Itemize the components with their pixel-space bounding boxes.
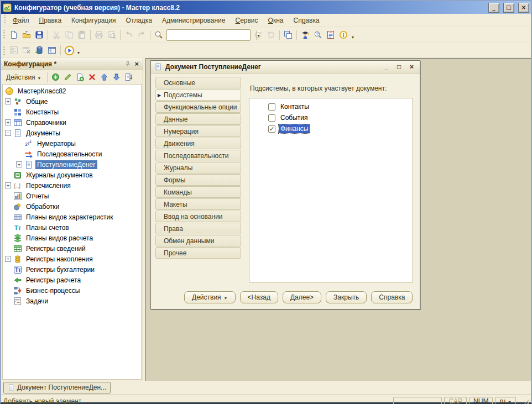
close-dialog-button[interactable]: Закрыть bbox=[326, 291, 367, 303]
help-button[interactable]: Справка bbox=[371, 291, 413, 303]
tab-7[interactable]: Журналы bbox=[155, 162, 241, 174]
move-up-icon[interactable] bbox=[99, 72, 110, 83]
tab-8[interactable]: Формы bbox=[155, 174, 241, 186]
menu-item-4[interactable]: Администрирование bbox=[157, 15, 230, 26]
tab-11[interactable]: Ввод на основании bbox=[155, 211, 241, 222]
actions-menu-button[interactable]: Действия bbox=[3, 72, 44, 82]
tree-expander[interactable]: + bbox=[5, 119, 11, 125]
undo-icon[interactable] bbox=[123, 29, 135, 41]
edit-icon[interactable] bbox=[62, 72, 74, 83]
menu-item-0[interactable]: Файл bbox=[8, 15, 34, 26]
menu-item-5[interactable]: Сервис bbox=[230, 15, 263, 26]
tree-item[interactable]: Отчеты bbox=[3, 191, 141, 201]
next-button[interactable]: Далее> bbox=[283, 291, 321, 303]
tab-6[interactable]: Последовательности bbox=[155, 150, 241, 161]
tree-item[interactable]: −Документы bbox=[3, 128, 141, 138]
print-preview-icon[interactable] bbox=[106, 29, 118, 41]
tree-item[interactable]: Бизнес-процессы bbox=[3, 285, 141, 296]
delete-icon[interactable] bbox=[87, 72, 98, 83]
back-button[interactable]: <Назад bbox=[240, 291, 278, 303]
subsystem-row[interactable]: Контакты bbox=[268, 101, 413, 112]
start-debug-icon[interactable] bbox=[63, 44, 75, 56]
tree-item[interactable]: 2³4Нумераторы bbox=[3, 138, 141, 149]
tab-12[interactable]: Права bbox=[155, 223, 241, 234]
dialog-title-bar[interactable]: Документ ПоступлениеДенег _ □ × bbox=[151, 61, 420, 74]
add-copy-icon[interactable] bbox=[75, 72, 86, 83]
tree-expander[interactable]: + bbox=[5, 182, 11, 188]
close-button[interactable]: × bbox=[518, 3, 529, 13]
open-icon[interactable] bbox=[20, 29, 33, 41]
minimize-button[interactable]: _ bbox=[488, 3, 499, 13]
checkbox[interactable] bbox=[268, 103, 275, 111]
tab-13[interactable]: Обмен данными bbox=[155, 235, 241, 246]
tree-item[interactable]: Планы видов характеристик bbox=[3, 212, 141, 222]
tree-item[interactable]: ТтПланы счетов bbox=[3, 222, 141, 233]
help-search-icon[interactable]: ? bbox=[312, 29, 324, 41]
tree-item[interactable]: Регистры сведений bbox=[3, 243, 141, 254]
syntax-check-icon[interactable] bbox=[325, 29, 337, 41]
tab-4[interactable]: Нумерация bbox=[155, 125, 241, 137]
copy-window-icon[interactable] bbox=[282, 29, 294, 41]
menu-item-3[interactable]: Отладка bbox=[121, 15, 157, 26]
tab-1[interactable]: Подсистемы bbox=[155, 89, 241, 101]
actions-button[interactable]: Действия bbox=[184, 291, 236, 303]
tree-expander[interactable]: + bbox=[5, 98, 11, 104]
language-selector[interactable]: ru bbox=[495, 397, 516, 404]
tree-expander[interactable]: − bbox=[5, 130, 11, 136]
menu-item-7[interactable]: Справка bbox=[288, 15, 324, 26]
dialog-maximize-button[interactable]: □ bbox=[394, 63, 404, 71]
sort-icon[interactable] bbox=[123, 72, 134, 83]
tab-14[interactable]: Прочее bbox=[155, 247, 241, 259]
checkbox[interactable] bbox=[268, 114, 275, 122]
info-icon[interactable]: i bbox=[337, 29, 350, 41]
tab-5[interactable]: Движения bbox=[155, 138, 241, 149]
new-document-icon[interactable] bbox=[8, 29, 20, 41]
tab-0[interactable]: Основные bbox=[155, 77, 241, 88]
checkbox[interactable]: ✓ bbox=[268, 125, 275, 133]
resize-grip[interactable] bbox=[520, 400, 529, 404]
print-icon[interactable] bbox=[93, 29, 105, 41]
tree-item[interactable]: Последовательности bbox=[3, 149, 141, 159]
menu-item-1[interactable]: Правка bbox=[34, 15, 67, 26]
tree-item[interactable]: +ПоступлениеДенег bbox=[3, 159, 141, 170]
maximize-button[interactable]: □ bbox=[503, 3, 514, 13]
add-icon[interactable] bbox=[50, 72, 61, 83]
tree-item[interactable]: Журналы документов bbox=[3, 170, 141, 180]
tree-item[interactable]: ТтРегистры бухгалтерии bbox=[3, 264, 141, 275]
copy-icon[interactable] bbox=[63, 29, 75, 41]
dialog-close-button[interactable]: × bbox=[407, 63, 416, 71]
subsystem-row[interactable]: События bbox=[268, 112, 413, 123]
tab-10[interactable]: Макеты bbox=[155, 198, 241, 210]
menu-item-6[interactable]: Окна bbox=[263, 15, 289, 26]
tab-3[interactable]: Данные bbox=[155, 113, 241, 125]
menu-grip[interactable] bbox=[4, 15, 6, 25]
tree-item[interactable]: Планы видов расчета bbox=[3, 233, 141, 243]
toolbar-more-caret[interactable] bbox=[350, 29, 356, 40]
save-icon[interactable] bbox=[33, 29, 45, 41]
search-icon[interactable] bbox=[153, 29, 165, 41]
find-next-icon[interactable] bbox=[252, 29, 264, 41]
tab-9[interactable]: Команды bbox=[155, 186, 241, 198]
tree-item[interactable]: Регистры расчета bbox=[3, 275, 141, 285]
wizard-icon[interactable] bbox=[299, 29, 311, 41]
pin-icon[interactable] bbox=[124, 61, 131, 67]
tree-expander[interactable]: + bbox=[16, 161, 22, 167]
toolbar-grip[interactable] bbox=[3, 46, 5, 55]
subsystem-row[interactable]: ✓Финансы bbox=[268, 123, 413, 134]
window-tab-document[interactable]: Документ ПоступлениеДен... bbox=[3, 382, 111, 393]
tree-item[interactable]: +Общие bbox=[3, 96, 141, 107]
search-input[interactable] bbox=[167, 31, 256, 39]
panel-close-icon[interactable]: × bbox=[133, 60, 140, 67]
form-icon[interactable] bbox=[46, 44, 58, 56]
tree-item[interactable]: +Регистры накопления bbox=[3, 254, 141, 264]
tree-item[interactable]: Константы bbox=[3, 107, 141, 117]
menu-item-2[interactable]: Конфигурация bbox=[66, 15, 121, 26]
close-window-icon[interactable] bbox=[20, 44, 33, 56]
tree-item[interactable]: +Справочники bbox=[3, 117, 141, 128]
redo-icon[interactable] bbox=[135, 29, 148, 41]
paste-icon[interactable] bbox=[76, 29, 88, 41]
cut-icon[interactable] bbox=[50, 29, 62, 41]
move-down-icon[interactable] bbox=[111, 72, 122, 83]
dialog-minimize-button[interactable]: _ bbox=[382, 63, 391, 71]
toolbar-grip[interactable] bbox=[3, 30, 5, 40]
